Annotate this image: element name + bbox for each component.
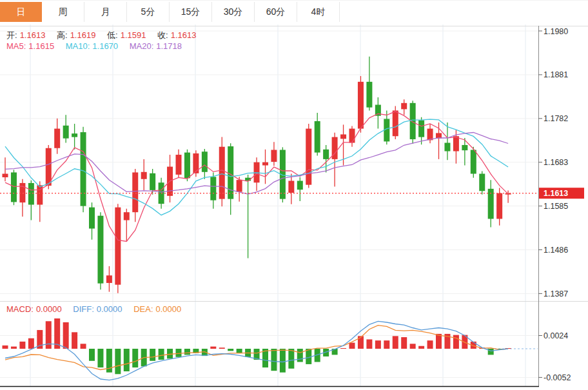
macd-value: 0.0000 — [36, 304, 62, 314]
svg-text:1.1782: 1.1782 — [544, 114, 568, 123]
svg-text:-0.0052: -0.0052 — [544, 373, 571, 382]
svg-text:0.0024: 0.0024 — [544, 331, 568, 340]
macd-axis-labels: 0.0024-0.0052 — [538, 331, 571, 382]
current-price-badge: 1.1613 — [539, 188, 584, 199]
macd-label: MACD: — [6, 304, 34, 314]
macd-histogram — [3, 318, 511, 374]
ma10-value: 1.1670 — [92, 41, 118, 51]
price-axis-labels: 1.19801.18811.17821.16831.15851.14861.13… — [538, 27, 568, 298]
svg-text:1.1585: 1.1585 — [544, 202, 568, 211]
tab-60min[interactable]: 60分 — [255, 2, 297, 22]
trading-chart-app: 日 周 月 5分 15分 30分 60分 4时 开:1.1613 高:1.161… — [0, 0, 588, 390]
ohlc-legend: 开:1.1613 高:1.1619 低:1.1591 收:1.1613 — [6, 30, 199, 41]
svg-text:1.1387: 1.1387 — [544, 289, 568, 298]
candlestick-chart[interactable]: 1.19801.18811.17821.16831.15851.14861.13… — [0, 24, 588, 301]
diff-label: DIFF: — [73, 304, 94, 314]
ma-legend: MA5:1.1615 MA10:1.1670 MA20:1.1718 — [6, 41, 184, 51]
low-value: 1.1591 — [121, 30, 146, 40]
macd-panel[interactable]: 0.0024-0.0052 — [0, 301, 588, 390]
svg-text:1.1486: 1.1486 — [544, 246, 568, 255]
candlesticks — [3, 57, 511, 293]
tab-15min[interactable]: 15分 — [170, 2, 212, 22]
svg-text:1.1881: 1.1881 — [544, 70, 568, 79]
open-value: 1.1613 — [20, 30, 46, 40]
ma5-label: MA5: — [6, 41, 26, 51]
tab-30min[interactable]: 30分 — [212, 2, 255, 22]
ma5-value: 1.1615 — [28, 41, 54, 51]
open-label: 开: — [6, 30, 17, 40]
high-label: 高: — [57, 30, 68, 40]
tab-4hour[interactable]: 4时 — [297, 2, 340, 22]
macd-legend: MACD:0.0000 DIFF:0.0000 DEA:0.0000 — [6, 304, 184, 314]
close-label: 收: — [157, 30, 168, 40]
tab-5min[interactable]: 5分 — [127, 2, 170, 22]
diff-value: 0.0000 — [97, 304, 122, 314]
high-value: 1.1619 — [70, 30, 96, 40]
low-label: 低: — [107, 30, 118, 40]
tab-week[interactable]: 周 — [42, 2, 84, 22]
ma20-value: 1.1718 — [156, 41, 182, 51]
svg-text:1.1980: 1.1980 — [544, 27, 568, 36]
ma20-label: MA20: — [130, 41, 154, 51]
timeframe-tabbar: 日 周 月 5分 15分 30分 60分 4时 — [0, 0, 588, 24]
main-grid — [0, 24, 588, 301]
close-value: 1.1613 — [171, 30, 197, 40]
ma10-label: MA10: — [66, 41, 90, 51]
svg-text:1.1683: 1.1683 — [544, 158, 568, 167]
tab-day[interactable]: 日 — [0, 2, 42, 22]
dea-value: 0.0000 — [156, 304, 182, 314]
svg-text:1.1613: 1.1613 — [544, 189, 568, 198]
tab-month[interactable]: 月 — [84, 2, 127, 22]
dea-label: DEA: — [133, 304, 153, 314]
